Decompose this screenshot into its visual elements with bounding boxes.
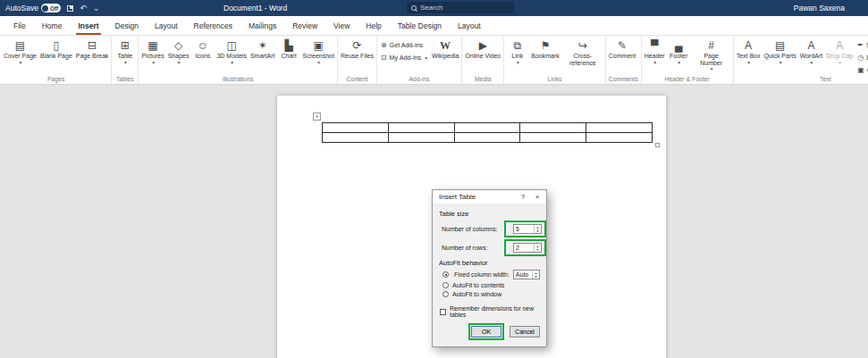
ribbon-button-link[interactable]: ⧉Link▾: [505, 37, 529, 66]
spin-down-icon[interactable]: ▼: [536, 229, 539, 233]
ribbon-button-page-break[interactable]: ⊟Page Break: [74, 37, 111, 60]
cancel-button[interactable]: Cancel: [510, 326, 540, 337]
dialog-close-button[interactable]: ×: [530, 193, 544, 201]
undo-icon[interactable]: ↶: [80, 4, 87, 12]
table-cell[interactable]: [520, 133, 586, 143]
ok-button[interactable]: OK: [471, 326, 501, 337]
ribbon-button-drop-cap[interactable]: ADrop Cap▾: [824, 37, 855, 66]
search-input[interactable]: [420, 4, 510, 12]
chevron-down-icon: ▾: [512, 60, 523, 67]
ribbon-button-object[interactable]: ▣Object▾: [855, 65, 868, 75]
qat-customize-icon[interactable]: ⌄: [93, 4, 100, 12]
ribbon-button-footer[interactable]: ▄Footer▾: [667, 37, 691, 66]
tab-design[interactable]: Design: [107, 17, 147, 35]
online-video-icon: ▶: [479, 39, 487, 53]
autofit-window-radio[interactable]: [442, 291, 449, 297]
object-icon: ▣: [857, 67, 864, 74]
ribbon-button-wordart[interactable]: AWordArt▾: [798, 37, 825, 66]
ribbon-button-cross-reference[interactable]: ↪Cross-reference: [561, 37, 604, 66]
tab-layout[interactable]: Layout: [147, 17, 186, 35]
ribbon-button-icons[interactable]: ☺Icons: [190, 37, 215, 60]
ribbon-button-comment[interactable]: ✎Comment: [607, 37, 637, 60]
screenshot-icon: ▣: [314, 39, 324, 53]
autosave-control[interactable]: AutoSave Off: [5, 4, 61, 12]
autofit-window-row[interactable]: AutoFit to window: [442, 291, 540, 297]
ribbon-button-date-time[interactable]: ◷Date & Time: [855, 53, 868, 62]
spin-down-icon[interactable]: ▼: [535, 275, 537, 279]
group-label-media: Media: [463, 75, 502, 84]
spin-down-icon[interactable]: ▼: [536, 248, 539, 252]
dialog-titlebar[interactable]: Insert Table ? ×: [433, 190, 546, 204]
fixed-width-radio[interactable]: [442, 271, 449, 278]
table-cell[interactable]: [586, 133, 653, 143]
search-icon: [411, 5, 417, 11]
ribbon-button-reuse-files[interactable]: ⟳Reuse Files: [339, 37, 375, 60]
remember-row[interactable]: Remember dimensions for new tables: [440, 305, 540, 318]
quick-parts-icon: ▤: [775, 39, 785, 53]
signature-line-icon: ✒: [857, 42, 864, 49]
tab-insert[interactable]: Insert: [70, 17, 106, 35]
ribbon-button-signature-line[interactable]: ✒Signature Line▾: [855, 40, 868, 50]
ribbon-button-quick-parts[interactable]: ▤Quick Parts▾: [763, 37, 798, 66]
autosave-toggle[interactable]: Off: [41, 4, 61, 12]
tab-file[interactable]: File: [5, 17, 34, 35]
table-cell[interactable]: [455, 133, 521, 143]
table-cell[interactable]: [323, 133, 389, 143]
rows-spinner[interactable]: 2 ▲ ▼: [513, 243, 542, 253]
ribbon-button-blank-page[interactable]: ▯Blank Page: [38, 37, 74, 60]
columns-spinner[interactable]: 5 ▲ ▼: [513, 224, 542, 234]
table-resize-handle[interactable]: [655, 143, 660, 147]
spinner-arrows-icon[interactable]: ▲ ▼: [534, 244, 541, 252]
spinner-arrows-icon[interactable]: ▲ ▼: [532, 271, 539, 279]
dialog-help-button[interactable]: ?: [516, 193, 530, 201]
tab-layout-2[interactable]: Layout: [450, 17, 489, 35]
save-icon[interactable]: [67, 5, 73, 12]
rows-label: Number of rows:: [442, 245, 487, 251]
blank-page-icon: ▯: [54, 39, 60, 53]
tab-references[interactable]: References: [186, 17, 240, 35]
tab-review[interactable]: Review: [284, 17, 325, 35]
autofit-contents-row[interactable]: AutoFit to contents: [442, 282, 540, 288]
dialog-buttons: OK Cancel: [439, 323, 540, 340]
ribbon-button-pictures[interactable]: ▦Pictures▾: [139, 37, 165, 66]
table-cell[interactable]: [520, 123, 586, 133]
spinner-arrows-icon[interactable]: ▲ ▼: [534, 225, 541, 233]
tab-table-design[interactable]: Table Design: [390, 17, 450, 35]
table-cell[interactable]: [389, 133, 455, 143]
ribbon-button-header[interactable]: ▀Header▾: [643, 37, 667, 66]
ribbon-button-shapes[interactable]: ◇Shapes▾: [166, 37, 191, 66]
ribbon-button-text-box[interactable]: AText Box▾: [735, 37, 763, 66]
group-label-header-footer: Header & Footer: [643, 75, 732, 84]
tab-help[interactable]: Help: [358, 17, 389, 35]
ribbon-button-smartart[interactable]: ✶SmartArt: [249, 37, 277, 60]
ribbon-button-screenshot[interactable]: ▣Screenshot▾: [301, 37, 336, 66]
ribbon-button-online-video[interactable]: ▶Online Video: [463, 37, 502, 60]
ribbon-button-bookmark[interactable]: ⚑Bookmark: [529, 37, 561, 60]
comment-icon: ✎: [618, 39, 627, 53]
table-size-heading: Table size: [439, 210, 540, 218]
ribbon-button-wikipedia[interactable]: WWikipedia: [430, 37, 460, 60]
tab-home[interactable]: Home: [34, 17, 71, 35]
autofit-contents-radio[interactable]: [442, 282, 449, 288]
remember-checkbox[interactable]: [440, 309, 446, 315]
ok-annotation-box: OK: [468, 323, 504, 340]
table-cell[interactable]: [323, 123, 389, 133]
table-cell[interactable]: [389, 123, 455, 133]
tab-view[interactable]: View: [325, 17, 358, 35]
ribbon-button-table[interactable]: ⊞Table▾: [113, 37, 137, 66]
ribbon-button-page-number[interactable]: #Page Number▾: [691, 37, 732, 73]
table-cell[interactable]: [586, 123, 653, 133]
columns-value: 5: [514, 225, 534, 233]
fixed-width-spinner[interactable]: Auto ▲ ▼: [513, 270, 540, 279]
ribbon-button-my-add-ins[interactable]: ⊡My Add-ins▾: [378, 53, 430, 62]
table-move-handle[interactable]: +: [313, 112, 321, 121]
header-icon: ▀: [651, 39, 659, 53]
ribbon-button-3d-models[interactable]: ◫3D Models▾: [215, 37, 248, 66]
ribbon-button-cover-page[interactable]: ▤Cover Page▾: [2, 37, 38, 66]
tab-mailings[interactable]: Mailings: [240, 17, 284, 35]
search-box[interactable]: [407, 2, 514, 13]
ribbon-button-chart[interactable]: ▙Chart: [277, 37, 301, 60]
ribbon-button-get-add-ins[interactable]: ⊕Get Add-ins: [378, 40, 430, 50]
ribbon-content: ▤Cover Page▾▯Blank Page⊟Page BreakPages⊞…: [0, 36, 868, 85]
table-cell[interactable]: [455, 123, 521, 133]
